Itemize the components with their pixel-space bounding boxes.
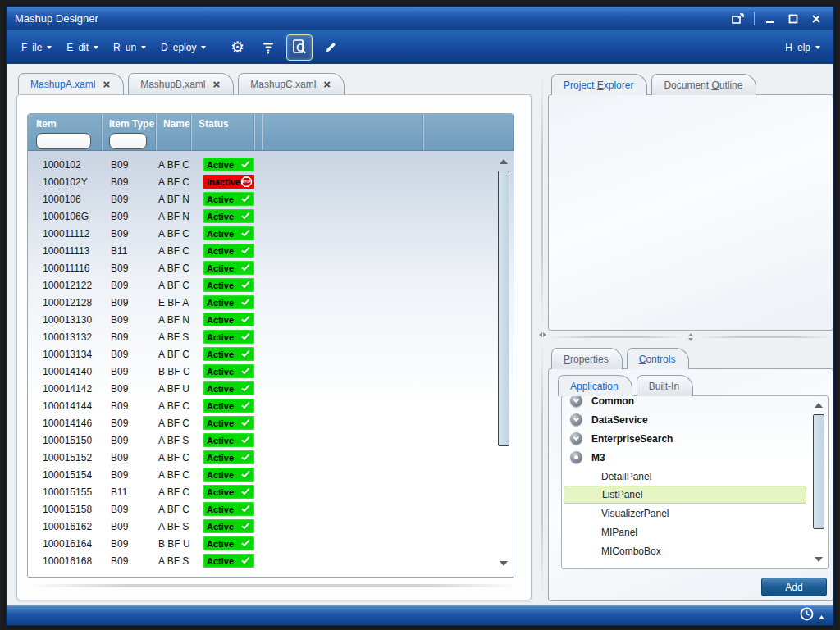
table-row[interactable]: 100012122B09A BF CActive	[28, 276, 492, 294]
table-row[interactable]: 100016164B09B BF UActive	[28, 535, 492, 552]
preview-document-icon[interactable]	[286, 34, 313, 61]
tree-group-common[interactable]: Common	[562, 395, 810, 410]
table-row[interactable]: 1000102B09A BF CActive	[28, 156, 492, 173]
grid-vertical-scrollbar[interactable]	[497, 151, 512, 578]
expander-icon[interactable]	[570, 432, 582, 445]
item-type-filter-input[interactable]	[109, 133, 147, 149]
status-badge: Active	[203, 554, 254, 568]
tree-item-detailpanel[interactable]: DetailPanel	[562, 467, 810, 486]
table-row[interactable]: 100014140B09B BF CActive	[28, 363, 492, 380]
scroll-down-arrow-icon[interactable]	[815, 557, 823, 562]
table-row[interactable]: 100015150B09A BF SActive	[28, 431, 492, 449]
table-row[interactable]: 100011116B09A BF CActive	[28, 259, 492, 276]
cell-item: 100015152	[28, 452, 103, 463]
scroll-up-arrow-icon[interactable]	[500, 159, 508, 164]
cell-item-type: B09	[103, 349, 157, 360]
table-row[interactable]: 100014144B09A BF CActive	[28, 397, 492, 414]
scroll-down-arrow-icon[interactable]	[500, 561, 508, 566]
collapse-up-icon[interactable]	[818, 609, 825, 623]
tab-project-explorer[interactable]: Project Explorer	[551, 74, 647, 95]
close-icon[interactable]: ×	[103, 78, 110, 90]
window-title: Mashup Designer	[15, 12, 98, 25]
menu-help[interactable]: Help	[785, 42, 820, 53]
tab-document-outline[interactable]: Document Outline	[651, 74, 756, 95]
tab-application[interactable]: Application	[558, 375, 632, 396]
cell-item-type: B09	[103, 469, 157, 481]
tree-item-mipanel[interactable]: MIPanel	[562, 523, 810, 541]
table-row[interactable]: 100015154B09A BF CActive	[28, 466, 492, 483]
horizontal-scroll-track[interactable]	[32, 584, 516, 587]
menu-deploy[interactable]: Deploy	[161, 42, 206, 53]
cell-name: B BF U	[157, 538, 192, 550]
vertical-splitter[interactable]	[538, 72, 546, 597]
table-row[interactable]: 100015155B11A BF CActive	[28, 483, 492, 500]
table-row[interactable]: 100013134B09A BF CActive	[28, 345, 492, 363]
expander-icon[interactable]	[570, 395, 582, 407]
table-row[interactable]: 1000106GB09A BF NActive	[28, 208, 492, 225]
table-row[interactable]: 100016162B09A BF SActive	[28, 518, 492, 535]
table-row[interactable]: 100014142B09A BF UActive	[28, 380, 492, 397]
tab-controls[interactable]: Controls	[627, 348, 690, 369]
tree-item-listpanel[interactable]: ListPanel	[564, 486, 806, 504]
scroll-up-arrow-icon[interactable]	[815, 403, 823, 408]
cell-name: A BF S	[157, 521, 192, 532]
table-row[interactable]: 1000102YB09A BF CInactiveSTOP	[28, 173, 492, 190]
table-row[interactable]: 1000106B09A BF NActive	[28, 190, 492, 208]
table-row[interactable]: 100011112B09A BF CActive	[28, 225, 492, 242]
tree-group-dataservice[interactable]: DataService	[562, 410, 810, 429]
table-row[interactable]: 100015158B09A BF CActive	[28, 500, 492, 518]
menu-file[interactable]: File	[21, 42, 52, 53]
menu-run[interactable]: Run	[113, 42, 146, 53]
maximize-icon[interactable]	[786, 12, 801, 25]
tree-group-enterprisesearch[interactable]: EnterpriseSearch	[562, 429, 810, 448]
cell-name: A BF N	[157, 314, 192, 326]
list-vertical-scrollbar[interactable]	[812, 396, 827, 568]
item-filter-input[interactable]	[36, 133, 91, 149]
tab-mashupb-xaml[interactable]: MashupB.xaml×	[128, 73, 234, 94]
close-icon[interactable]: ×	[323, 78, 331, 90]
table-row[interactable]: 100014146B09A BF CActive	[28, 414, 492, 431]
settings-gear-icon[interactable]: ⚙	[224, 34, 250, 61]
tab-properties[interactable]: Properties	[551, 348, 623, 369]
document-tabstrip: MashupA.xaml×MashupB.xaml×MashupC.xaml×	[18, 72, 540, 94]
menu-group: FileEditRunDeploy	[7, 42, 206, 53]
tab-mashupa-xaml[interactable]: MashupA.xaml×	[18, 73, 124, 94]
close-icon[interactable]: ×	[213, 78, 221, 90]
cell-item: 1000102Y	[28, 176, 103, 188]
tab-built-in[interactable]: Built-In	[637, 375, 693, 396]
scroll-thumb[interactable]	[498, 171, 509, 446]
cell-item-type: B09	[103, 521, 157, 532]
right-panels-splitter[interactable]	[550, 333, 832, 341]
clock-icon[interactable]	[800, 607, 814, 624]
cell-item: 100011113	[28, 245, 103, 257]
chevron-down-icon	[94, 46, 98, 49]
tab-mashupc-xaml[interactable]: MashupC.xaml×	[238, 73, 345, 94]
add-button[interactable]: Add	[761, 578, 827, 596]
table-row[interactable]: 100012128B09E BF AActive	[28, 294, 492, 311]
menu-edit[interactable]: Edit	[66, 42, 98, 53]
table-row[interactable]: 100016168B09A BF SActive	[28, 552, 492, 569]
filter-icon[interactable]	[255, 34, 281, 61]
cell-name: A BF S	[157, 555, 192, 567]
scroll-thumb[interactable]	[813, 414, 824, 529]
status-badge: Active	[203, 295, 254, 309]
edit-pencil-icon[interactable]	[317, 34, 344, 61]
table-row[interactable]: 100011113B11A BF CActive	[28, 242, 492, 259]
toolbar: ⚙	[224, 34, 344, 61]
cell-item-type: B09	[103, 504, 157, 515]
tree-item-visualizerpanel[interactable]: VisualizerPanel	[562, 504, 810, 523]
tree-item-micombobox[interactable]: MIComboBox	[562, 541, 810, 560]
tree-group-m3[interactable]: M3	[562, 448, 810, 467]
splitter-grip-icon	[688, 333, 693, 341]
table-row[interactable]: 100013132B09A BF SActive	[28, 328, 492, 345]
table-row[interactable]: 100013130B09A BF NActive	[28, 311, 492, 328]
close-icon[interactable]	[809, 12, 824, 25]
expander-icon[interactable]	[570, 451, 582, 463]
popout-window-icon[interactable]	[731, 12, 746, 25]
status-badge: Active	[203, 416, 254, 430]
cell-name: A BF C	[157, 400, 192, 412]
expander-icon[interactable]	[570, 413, 582, 426]
column-header-item-type: Item Type	[103, 114, 157, 150]
table-row[interactable]: 100015152B09A BF CActive	[28, 449, 492, 466]
minimize-icon[interactable]	[763, 12, 778, 25]
